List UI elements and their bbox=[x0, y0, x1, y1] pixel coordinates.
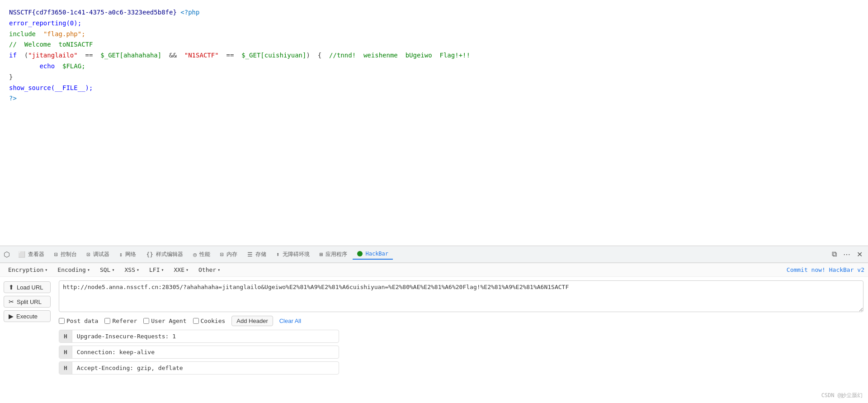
header-h-label: H bbox=[59, 330, 72, 342]
网络-icon: ↕ bbox=[119, 251, 123, 258]
browser-tab-控制台[interactable]: ⊡控制台 bbox=[50, 249, 81, 260]
tab-label: 样式编辑器 bbox=[156, 251, 183, 258]
hackbar-panel: Encryption ▾Encoding ▾SQL ▾XSS ▾LFI ▾XXE… bbox=[0, 263, 868, 403]
dropdown-arrow-icon: ▾ bbox=[217, 267, 220, 272]
header-row: HUpgrade-Insecure-Requests: 1 bbox=[59, 330, 339, 343]
browser-tab-样式编辑器[interactable]: {}样式编辑器 bbox=[142, 249, 188, 260]
样式编辑器-icon: {} bbox=[146, 251, 153, 258]
hackbar-menu-encryption[interactable]: Encryption ▾ bbox=[4, 265, 52, 275]
tab-label: 网络 bbox=[125, 251, 136, 258]
header-value: Upgrade-Insecure-Requests: 1 bbox=[72, 330, 339, 342]
browser-tab-网络[interactable]: ↕网络 bbox=[115, 249, 141, 260]
调试器-icon: ⊡ bbox=[87, 251, 90, 258]
header-row: HConnection: keep-alive bbox=[59, 346, 339, 359]
tab-label: 内存 bbox=[226, 251, 237, 258]
dropdown-arrow-icon: ▾ bbox=[161, 267, 164, 272]
execute-button[interactable]: ▶Execute bbox=[4, 310, 51, 322]
hackbar-menu-sql[interactable]: SQL ▾ bbox=[95, 265, 119, 275]
header-row: HAccept-Encoding: gzip, deflate bbox=[59, 361, 339, 375]
execute-label: Execute bbox=[16, 313, 38, 320]
browser-tab-查看器[interactable]: ⬜查看器 bbox=[14, 249, 49, 260]
browser-tab-无障碍环境[interactable]: ⬆无障碍环境 bbox=[272, 249, 314, 260]
cookies-label: Cookies bbox=[201, 318, 226, 324]
hackbar-menu-other[interactable]: Other ▾ bbox=[194, 265, 225, 275]
dropdown-arrow-icon: ▾ bbox=[112, 267, 114, 272]
tab-label: 查看器 bbox=[28, 251, 44, 258]
hackbar-menu-xss[interactable]: XSS ▾ bbox=[120, 265, 144, 275]
split-url-label: Split URL bbox=[17, 299, 42, 305]
hackbar-menu-encoding[interactable]: Encoding ▾ bbox=[53, 265, 94, 275]
hackbar-menu-lfi[interactable]: LFI ▾ bbox=[145, 265, 169, 275]
browser-tab-调试器[interactable]: ⊡调试器 bbox=[82, 249, 114, 260]
browser-tab-icon-left: ⬡ bbox=[4, 250, 10, 259]
commit-text: Commit now! HackBar v2 bbox=[787, 266, 864, 273]
browser-tab-存储[interactable]: ☰存储 bbox=[243, 249, 271, 260]
referer-label: Referer bbox=[112, 318, 137, 324]
hackbar-body: ⬆Load URL✂Split URL▶Execute Post dataRef… bbox=[0, 277, 868, 403]
dropdown-arrow-icon: ▾ bbox=[45, 267, 47, 272]
控制台-icon: ⊡ bbox=[54, 251, 58, 258]
split-screen-button[interactable]: ⧉ bbox=[830, 248, 839, 260]
browser-tab-性能[interactable]: ◎性能 bbox=[189, 249, 215, 260]
tab-label: 调试器 bbox=[93, 251, 109, 258]
add-header-button[interactable]: Add Header bbox=[231, 316, 273, 326]
应用程序-icon: ⊞ bbox=[320, 251, 323, 258]
options-row: Post dataRefererUser AgentCookiesAdd Hea… bbox=[59, 316, 863, 326]
url-input[interactable] bbox=[59, 280, 863, 312]
tab-label: 性能 bbox=[199, 251, 210, 258]
code-line: echo $FLAG; bbox=[9, 61, 859, 72]
referer-checkbox-label[interactable]: Referer bbox=[104, 318, 137, 324]
code-line: NSSCTF{cd7f3650-1c41-4375-a0c6-3323eed5b… bbox=[9, 7, 859, 18]
无障碍环境-icon: ⬆ bbox=[276, 251, 280, 258]
browser-tab-hackbar[interactable]: HackBar bbox=[353, 249, 393, 260]
tab-label: 应用程序 bbox=[326, 251, 347, 258]
code-line: } bbox=[9, 72, 859, 83]
hackbar-menu: Encryption ▾Encoding ▾SQL ▾XSS ▾LFI ▾XXE… bbox=[0, 263, 868, 277]
browser-toolbar: ⬡ ⬜查看器⊡控制台⊡调试器↕网络{}样式编辑器◎性能⊡内存☰存储⬆无障碍环境⊞… bbox=[0, 246, 868, 263]
header-value: Connection: keep-alive bbox=[72, 346, 339, 358]
close-devtools-button[interactable]: ✕ bbox=[855, 248, 864, 261]
more-button[interactable]: ⋯ bbox=[841, 248, 852, 261]
browser-tab-应用程序[interactable]: ⊞应用程序 bbox=[315, 249, 352, 260]
split-url-button[interactable]: ✂Split URL bbox=[4, 296, 51, 308]
查看器-icon: ⬜ bbox=[18, 251, 25, 258]
browser-tab-内存[interactable]: ⊡内存 bbox=[216, 249, 242, 260]
code-line: if ("jitanglailo" == $_GET[ahahahaha] &&… bbox=[9, 50, 859, 61]
load-url-label: Load URL bbox=[17, 284, 43, 291]
性能-icon: ◎ bbox=[193, 251, 197, 258]
code-line: error_reporting(0); bbox=[9, 18, 859, 29]
hackbar-content: Post dataRefererUser AgentCookiesAdd Hea… bbox=[54, 277, 868, 403]
cookies-checkbox[interactable] bbox=[193, 318, 199, 324]
split-url-icon: ✂ bbox=[9, 298, 14, 305]
code-line: ?> bbox=[9, 93, 859, 104]
dropdown-arrow-icon: ▾ bbox=[87, 267, 90, 272]
dropdown-arrow-icon: ▾ bbox=[137, 267, 139, 272]
clear-all-button[interactable]: Clear All bbox=[279, 318, 301, 324]
tab-label: 无障碍环境 bbox=[283, 251, 310, 258]
execute-icon: ▶ bbox=[9, 313, 14, 320]
hackbar-button-panel: ⬆Load URL✂Split URL▶Execute bbox=[0, 277, 54, 403]
load-url-button[interactable]: ⬆Load URL bbox=[4, 281, 51, 293]
referer-checkbox[interactable] bbox=[104, 318, 110, 324]
header-h-label: H bbox=[59, 346, 72, 358]
header-h-label: H bbox=[59, 362, 72, 374]
hackbar-dot-icon bbox=[357, 251, 363, 256]
user-agent-checkbox[interactable] bbox=[143, 318, 149, 324]
user-agent-label: User Agent bbox=[151, 318, 186, 324]
user-agent-checkbox-label[interactable]: User Agent bbox=[143, 318, 186, 324]
headers-container: HUpgrade-Insecure-Requests: 1HConnection… bbox=[59, 330, 863, 377]
code-line: include "flag.php"; bbox=[9, 29, 859, 40]
code-line: // Welcome toNISACTF bbox=[9, 39, 859, 50]
header-value: Accept-Encoding: gzip, deflate bbox=[72, 362, 339, 374]
tab-label: 控制台 bbox=[61, 251, 77, 258]
post-data-label: Post data bbox=[66, 318, 98, 324]
存储-icon: ☰ bbox=[247, 251, 253, 258]
post-data-checkbox-label[interactable]: Post data bbox=[59, 318, 98, 324]
watermark: CSDN @妙尘蜃幻 bbox=[821, 392, 863, 399]
hackbar-menu-xxe[interactable]: XXE ▾ bbox=[170, 265, 193, 275]
内存-icon: ⊡ bbox=[220, 251, 224, 258]
post-data-checkbox[interactable] bbox=[59, 318, 65, 324]
tab-label: 存储 bbox=[255, 251, 266, 258]
load-url-icon: ⬆ bbox=[9, 284, 14, 291]
cookies-checkbox-label[interactable]: Cookies bbox=[193, 318, 226, 324]
